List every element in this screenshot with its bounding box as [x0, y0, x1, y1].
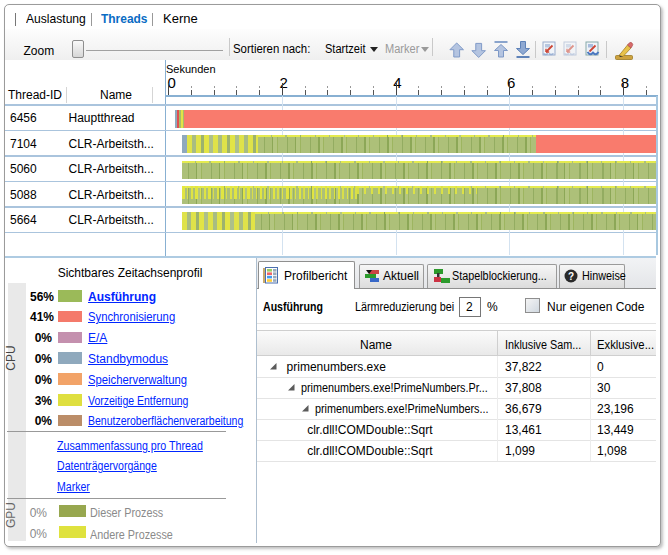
svg-text:?: ?: [568, 271, 574, 282]
